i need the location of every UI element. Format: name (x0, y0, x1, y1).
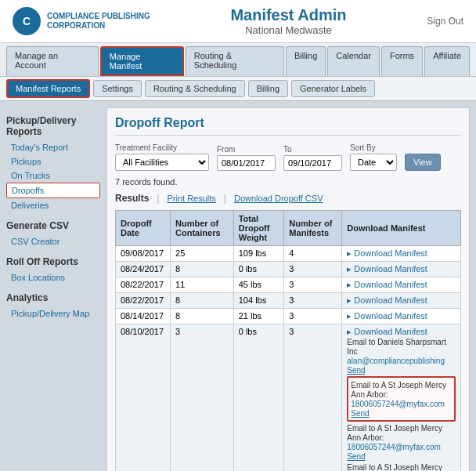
cell-manifests: 3 (284, 324, 342, 472)
sidebar-item-pickups[interactable]: Pickups (6, 154, 100, 168)
to-group: To (283, 145, 342, 171)
filter-form: Treatment Facility All Facilities From T… (115, 143, 461, 171)
nav-forms[interactable]: Forms (381, 46, 423, 76)
cell-weight: 109 lbs (233, 246, 284, 262)
cell-manifests: 3 (284, 293, 342, 309)
table-row: 08/14/2017821 lbs3Download Manifest (116, 309, 461, 324)
sidebar-item-pickup-delivery-map[interactable]: Pickup/Delivery Map (6, 306, 100, 321)
send-link[interactable]: Send (347, 366, 365, 375)
send-link[interactable]: Send (351, 409, 369, 418)
cell-download: Download Manifest (342, 293, 461, 309)
nav-calendar[interactable]: Calendar (327, 46, 380, 76)
email-address[interactable]: alan@compliancepublishing (347, 357, 445, 365)
cell-weight: 104 lbs (233, 293, 284, 309)
logo-area: C COMPLIANCE PUBLISHINGCORPORATION (13, 7, 150, 35)
app-title: Manifest Admin (230, 6, 346, 24)
cell-containers: 3 (171, 324, 234, 472)
email-label: Email to A St Joseph Mercy Ann Arbor: (347, 424, 442, 442)
nav-billing[interactable]: Billing (286, 46, 326, 76)
cell-manifests: 4 (284, 246, 342, 262)
print-results-link[interactable]: Print Results (167, 194, 215, 203)
cell-weight: 0 lbs (233, 324, 284, 472)
cell-weight: 0 lbs (233, 262, 284, 277)
download-manifest-link[interactable]: Download Manifest (347, 295, 427, 305)
sign-out-button[interactable]: Sign Out (427, 16, 463, 27)
logo-icon: C (13, 7, 41, 35)
from-input[interactable] (217, 155, 276, 171)
to-input[interactable] (283, 155, 342, 171)
cell-date: 08/22/2017 (116, 293, 171, 309)
cell-date: 08/24/2017 (116, 262, 171, 277)
table-row: 08/10/201730 lbs3Download ManifestEmail … (116, 324, 461, 472)
cell-weight: 21 lbs (233, 309, 284, 324)
table-row: 08/22/20178104 lbs3Download Manifest (116, 293, 461, 309)
header: C COMPLIANCE PUBLISHINGCORPORATION Manif… (0, 0, 476, 43)
download-manifest-link[interactable]: Download Manifest (347, 327, 427, 336)
content-area: Dropoff Report Treatment Facility All Fa… (106, 107, 470, 471)
email-label: Email to A St Joseph Mercy Ann Arbor: (347, 463, 442, 471)
treatment-facility-select[interactable]: All Facilities (115, 154, 209, 171)
subnav-generator-labels[interactable]: Generator Labels (291, 80, 375, 97)
send-link[interactable]: Send (347, 452, 365, 461)
sidebar-item-dropoffs[interactable]: Dropoffs (6, 183, 100, 198)
sidebar-section-generate-csv: Generate CSV (6, 220, 100, 231)
sort-by-label: Sort By (350, 143, 397, 152)
cell-containers: 25 (171, 246, 234, 262)
nav-manage-manifest[interactable]: Manage Manifest (100, 46, 184, 76)
dropoff-table: Dropoff Date Number of Containers Total … (115, 210, 461, 471)
sidebar-section-roll-off-reports: Roll Off Reports (6, 256, 100, 267)
cell-download: Download Manifest (342, 277, 461, 293)
subnav-routing-scheduling[interactable]: Routing & Scheduling (145, 80, 245, 97)
main-layout: Pickup/Delivery Reports Today's Report P… (0, 101, 476, 471)
sidebar-item-deliveries[interactable]: Deliveries (6, 198, 100, 212)
table-row: 09/08/201725109 lbs4Download Manifest (116, 246, 461, 262)
cell-download: Download Manifest (342, 309, 461, 324)
download-manifest-link[interactable]: Download Manifest (347, 248, 427, 258)
col-header-download: Download Manifest (342, 211, 461, 246)
logo-text: COMPLIANCE PUBLISHINGCORPORATION (47, 12, 150, 31)
nav-affiliate[interactable]: Affiliate (424, 46, 470, 76)
view-button[interactable]: View (405, 154, 441, 171)
download-manifest-link[interactable]: Download Manifest (347, 311, 427, 321)
email-item: Email to Daniels Sharpsmart Inc alan@com… (347, 337, 456, 375)
cell-download: Download ManifestEmail to Daniels Sharps… (342, 324, 461, 472)
app-subtitle: National Medwaste (230, 24, 346, 36)
sidebar-section-analytics: Analytics (6, 292, 100, 303)
cell-containers: 11 (171, 277, 234, 293)
header-title: Manifest Admin National Medwaste (230, 6, 346, 36)
sub-nav: Manifest Reports Settings Routing & Sche… (0, 77, 476, 101)
download-manifest-link[interactable]: Download Manifest (347, 280, 427, 289)
table-header-row: Dropoff Date Number of Containers Total … (116, 211, 461, 246)
sidebar: Pickup/Delivery Reports Today's Report P… (6, 107, 100, 471)
email-address[interactable]: 18006057244@myfax.com (347, 443, 441, 451)
cell-date: 08/10/2017 (116, 324, 171, 472)
subnav-manifest-reports[interactable]: Manifest Reports (6, 79, 90, 98)
cell-download: Download Manifest (342, 246, 461, 262)
email-address[interactable]: 18006057244@myfax.com (351, 400, 445, 408)
table-row: 08/22/20171145 lbs3Download Manifest (116, 277, 461, 293)
download-manifest-link[interactable]: Download Manifest (347, 264, 427, 274)
sidebar-item-on-trucks[interactable]: On Trucks (6, 168, 100, 183)
results-bar: Results | Print Results | Download Dropo… (115, 193, 461, 204)
nav-routing-scheduling[interactable]: Routing & Scheduling (186, 46, 284, 76)
sidebar-item-csv-creator[interactable]: CSV Creator (6, 234, 100, 248)
sidebar-item-todays-report[interactable]: Today's Report (6, 140, 100, 154)
cell-weight: 45 lbs (233, 277, 284, 293)
nav-manage-account[interactable]: Manage an Account (6, 46, 99, 76)
cell-manifests: 3 (284, 277, 342, 293)
col-header-date: Dropoff Date (116, 211, 171, 246)
cell-containers: 8 (171, 309, 234, 324)
email-item: Email to A St Joseph Mercy Ann Arbor: 18… (347, 462, 456, 471)
sort-by-select[interactable]: Date (350, 154, 397, 171)
cell-manifests: 3 (284, 309, 342, 324)
sidebar-item-box-locations[interactable]: Box Locations (6, 270, 100, 284)
cell-date: 08/14/2017 (116, 309, 171, 324)
cell-manifests: 3 (284, 262, 342, 277)
subnav-billing[interactable]: Billing (248, 80, 288, 97)
col-header-manifests: Number of Manifests (284, 211, 342, 246)
cell-date: 08/22/2017 (116, 277, 171, 293)
subnav-settings[interactable]: Settings (93, 80, 142, 97)
cell-download: Download Manifest (342, 262, 461, 277)
download-csv-link[interactable]: Download Dropoff CSV (234, 194, 323, 203)
top-nav: Manage an Account Manage Manifest Routin… (0, 43, 476, 77)
